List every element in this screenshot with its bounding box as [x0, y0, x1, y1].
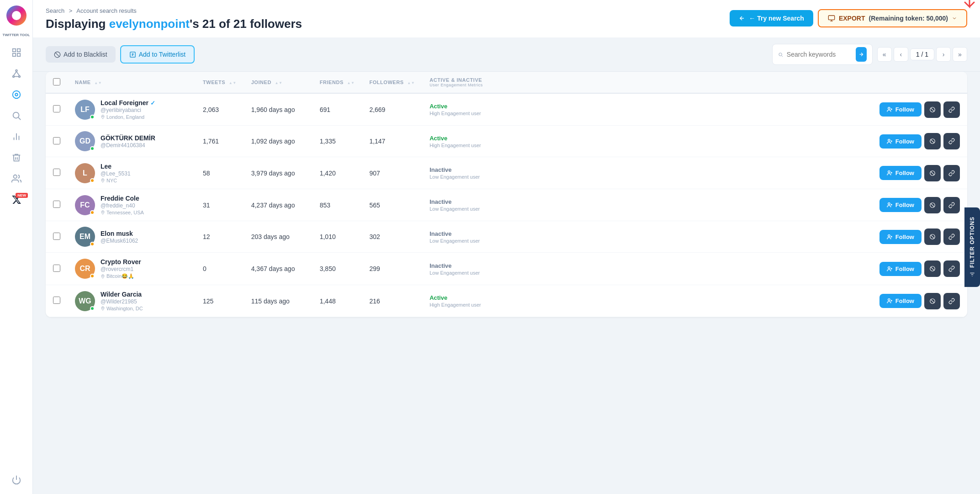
- svg-point-11: [12, 90, 20, 98]
- block-button-1[interactable]: [924, 133, 941, 149]
- follow-button-2[interactable]: Follow: [879, 166, 922, 180]
- export-label: EXPORT: [839, 15, 865, 22]
- avatar-wrap: LF: [75, 100, 95, 120]
- sidebar-item-trash[interactable]: [0, 149, 32, 166]
- search-input[interactable]: [787, 51, 852, 58]
- name-sort-icon[interactable]: ▲▼: [94, 81, 102, 85]
- row-checkbox-1[interactable]: [53, 137, 60, 144]
- block-button-5[interactable]: [924, 260, 941, 277]
- follow-button-1[interactable]: Follow: [879, 134, 922, 149]
- export-button[interactable]: EXPORT (Remaining token: 50,000): [818, 9, 967, 27]
- user-location: Bitcoin😂🙏: [101, 273, 141, 279]
- select-all-checkbox[interactable]: [53, 78, 60, 85]
- block-button-2[interactable]: [924, 165, 941, 181]
- add-to-blacklist-button[interactable]: Add to Blacklist: [46, 46, 116, 63]
- status-dot: [90, 146, 95, 151]
- user-location: London, England: [101, 114, 155, 120]
- tweets-sort-icon[interactable]: ▲▼: [229, 81, 237, 85]
- breadcrumb-search: Search: [46, 7, 64, 14]
- export-wrap: EXPORT (Remaining token: 50,000): [818, 9, 967, 27]
- user-cell-0: LF Local Foreigner✓ @yerlibiryabanci Lon…: [68, 93, 196, 126]
- filter-options-panel[interactable]: FILTER OPTIONS: [964, 207, 980, 287]
- row-checkbox-4[interactable]: [53, 233, 60, 240]
- engagement-cell: Inactive Low Engagement user: [422, 189, 872, 221]
- link-button-6[interactable]: [943, 293, 960, 309]
- sidebar-item-analytics[interactable]: [0, 128, 32, 145]
- th-name: NAME ▲▼: [68, 72, 196, 93]
- user-name: Local Foreigner✓: [101, 99, 155, 106]
- user-name: Freddie Cole: [101, 195, 144, 202]
- row-checkbox-2[interactable]: [53, 169, 60, 176]
- sidebar-item-power[interactable]: [0, 471, 32, 489]
- status-dot: [90, 210, 95, 215]
- sidebar-item-monitor[interactable]: [0, 86, 32, 103]
- followers-cell: 565: [362, 189, 422, 221]
- row-checkbox-cell: [46, 157, 68, 189]
- link-button-5[interactable]: [943, 260, 960, 277]
- row-checkbox-3[interactable]: [53, 201, 60, 208]
- engagement-cell: Active High Engagement user: [422, 285, 872, 317]
- action-buttons: Follow: [879, 101, 960, 118]
- user-info-wrap: EM Elon musk @EMusk61062: [75, 227, 188, 247]
- sidebar-item-network[interactable]: [0, 65, 32, 82]
- avatar-wrap: CR: [75, 259, 95, 279]
- follow-button-4[interactable]: Follow: [879, 230, 922, 244]
- svg-line-25: [55, 53, 59, 57]
- table-row: CR Crypto Rover @rovercrcm1 Bitcoin😂🙏 0 …: [46, 253, 967, 285]
- filter-panel-label: FILTER OPTIONS: [969, 217, 975, 268]
- user-info-wrap: L Lee @Lee_5531 NYC: [75, 163, 188, 183]
- joined-sort-icon[interactable]: ▲▼: [275, 81, 283, 85]
- follow-button-0[interactable]: Follow: [879, 102, 922, 117]
- row-checkbox-6[interactable]: [53, 297, 60, 304]
- table-row: FC Freddie Cole @freddie_n40 Tennessee, …: [46, 189, 967, 221]
- link-button-1[interactable]: [943, 133, 960, 149]
- block-button-3[interactable]: [924, 197, 941, 213]
- add-to-twitterlist-button[interactable]: Add to Twitterlist: [120, 45, 195, 64]
- svg-line-31: [781, 55, 783, 57]
- page-title-mid: 's: [190, 17, 202, 31]
- user-info: Crypto Rover @rovercrcm1 Bitcoin😂🙏: [101, 258, 141, 279]
- pagination-first-button[interactable]: «: [877, 47, 892, 62]
- link-button-3[interactable]: [943, 197, 960, 213]
- app-logo[interactable]: [6, 5, 26, 26]
- block-button-4[interactable]: [924, 228, 941, 245]
- pagination-last-button[interactable]: »: [953, 47, 967, 62]
- table-row: GD GÖKTÜRK DEMİR @Demir44106384 1,761 1,…: [46, 126, 967, 157]
- pagination-next-button[interactable]: ›: [936, 47, 951, 62]
- engagement-cell: Inactive Low Engagement user: [422, 221, 872, 253]
- joined-cell: 1,960 days ago: [244, 93, 313, 126]
- page-title-pre: Displaying: [46, 17, 109, 31]
- link-button-4[interactable]: [943, 228, 960, 245]
- friends-sort-icon[interactable]: ▲▼: [347, 81, 355, 85]
- sidebar-item-x[interactable]: NEW: [0, 191, 32, 208]
- block-button-6[interactable]: [924, 293, 941, 309]
- sidebar-item-dashboard[interactable]: [0, 44, 32, 61]
- pagination-prev-button[interactable]: ‹: [894, 47, 908, 62]
- followers-cell: 907: [362, 157, 422, 189]
- follow-button-6[interactable]: Follow: [879, 294, 922, 308]
- user-handle: @Wilder21985: [101, 298, 143, 305]
- actions-cell: Follow: [872, 253, 967, 285]
- th-engagement-title: ACTIVE & INACTIVE: [429, 77, 865, 83]
- followers-sort-icon[interactable]: ▲▼: [407, 81, 415, 85]
- engagement-status: Inactive: [429, 198, 865, 205]
- svg-rect-2: [17, 48, 20, 51]
- follow-button-5[interactable]: Follow: [879, 262, 922, 276]
- sidebar-item-users[interactable]: [0, 170, 32, 187]
- th-friends: FRIENDS ▲▼: [313, 72, 362, 93]
- follow-button-3[interactable]: Follow: [879, 198, 922, 212]
- row-checkbox-cell: [46, 93, 68, 126]
- row-checkbox-0[interactable]: [53, 105, 60, 112]
- link-button-2[interactable]: [943, 165, 960, 181]
- try-new-search-button[interactable]: ← Try new Search: [730, 10, 813, 27]
- top-actions: ← Try new Search EXPORT (Remaining token…: [730, 9, 967, 27]
- header-area: ← Try new Search EXPORT (Remaining token…: [33, 0, 980, 72]
- link-button-0[interactable]: [943, 101, 960, 118]
- search-go-button[interactable]: [856, 47, 867, 62]
- joined-cell: 203 days ago: [244, 221, 313, 253]
- user-name: Elon musk: [101, 230, 138, 237]
- row-checkbox-5[interactable]: [53, 265, 60, 272]
- svg-rect-21: [828, 16, 834, 20]
- block-button-0[interactable]: [924, 101, 941, 118]
- sidebar-item-search[interactable]: [0, 107, 32, 124]
